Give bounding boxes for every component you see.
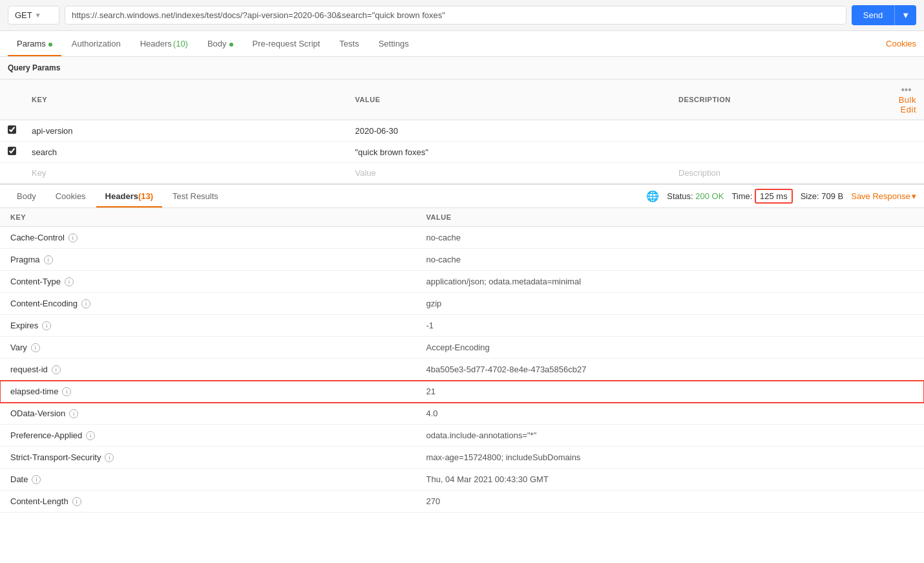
header-key-text: Cache-Control bbox=[10, 233, 65, 242]
url-input[interactable] bbox=[65, 6, 846, 25]
more-options-icon[interactable]: ••• bbox=[901, 85, 912, 95]
time-label: Time: 125 ms bbox=[731, 191, 792, 201]
info-icon[interactable]: i bbox=[42, 321, 51, 330]
query-param-row: api-version 2020-06-30 bbox=[0, 120, 924, 142]
header-value-cell: no-cache bbox=[416, 227, 925, 249]
header-value-cell: Accept-Encoding bbox=[416, 337, 925, 359]
globe-icon: 🌐 bbox=[646, 190, 659, 202]
method-label: GET bbox=[15, 10, 32, 20]
header-row: elapsed-time i 21 bbox=[0, 381, 924, 403]
header-key-text: Date bbox=[10, 474, 28, 484]
row-actions bbox=[885, 142, 924, 163]
header-key-cell: request-id i bbox=[0, 359, 416, 381]
method-chevron-icon: ▼ bbox=[35, 12, 41, 19]
info-icon[interactable]: i bbox=[65, 277, 74, 286]
info-icon[interactable]: i bbox=[68, 233, 78, 242]
placeholder-description[interactable]: Description bbox=[671, 163, 885, 184]
header-row: Content-Length i 270 bbox=[0, 491, 924, 513]
send-dropdown-icon[interactable]: ▼ bbox=[894, 5, 916, 25]
tab-prerequest[interactable]: Pre-request Script bbox=[244, 31, 330, 56]
header-row: request-id i 4ba505e3-5d77-4702-8e4e-473… bbox=[0, 359, 924, 381]
header-key-cell: Vary i bbox=[0, 337, 416, 359]
col-checkbox bbox=[0, 80, 24, 120]
header-key-text: elapsed-time bbox=[10, 387, 58, 396]
url-bar: GET ▼ Send ▼ bbox=[0, 0, 924, 31]
header-value-cell: 4ba505e3-5d77-4702-8e4e-473a5856cb27 bbox=[416, 359, 925, 381]
info-icon[interactable]: i bbox=[44, 255, 53, 264]
response-headers-table: KEY VALUE Cache-Control i no-cache Pragm… bbox=[0, 208, 924, 513]
header-col-value: VALUE bbox=[416, 208, 925, 227]
tab-authorization[interactable]: Authorization bbox=[63, 31, 130, 56]
header-row: Vary i Accept-Encoding bbox=[0, 337, 924, 359]
tab-params[interactable]: Params bbox=[8, 31, 61, 56]
info-icon[interactable]: i bbox=[72, 497, 81, 506]
header-row: OData-Version i 4.0 bbox=[0, 403, 924, 425]
row-value: "quick brown foxes" bbox=[348, 142, 671, 163]
info-icon[interactable]: i bbox=[81, 299, 90, 308]
tab-headers[interactable]: Headers(10) bbox=[131, 31, 197, 56]
header-row: Content-Type i application/json; odata.m… bbox=[0, 271, 924, 293]
res-tab-headers[interactable]: Headers(13) bbox=[96, 185, 162, 207]
placeholder-key[interactable]: Key bbox=[24, 163, 348, 184]
info-icon[interactable]: i bbox=[32, 475, 41, 484]
header-row: Strict-Transport-Security i max-age=1572… bbox=[0, 447, 924, 469]
tab-body[interactable]: Body bbox=[198, 31, 242, 56]
header-key-cell: Preference-Applied i bbox=[0, 425, 416, 447]
header-key-cell: Content-Type i bbox=[0, 271, 416, 293]
header-row: Pragma i no-cache bbox=[0, 249, 924, 271]
save-response-button[interactable]: Save Response ▾ bbox=[851, 191, 916, 201]
res-tab-cookies[interactable]: Cookies bbox=[47, 185, 95, 207]
header-value-cell: 21 bbox=[416, 381, 925, 403]
header-key-text: Expires bbox=[10, 321, 38, 330]
row-checkbox-cell[interactable] bbox=[0, 142, 24, 163]
row-checkbox[interactable] bbox=[8, 147, 16, 155]
row-key: search bbox=[24, 142, 348, 163]
info-icon[interactable]: i bbox=[69, 409, 78, 418]
col-actions: ••• Bulk Edit bbox=[885, 80, 924, 120]
info-icon[interactable]: i bbox=[62, 387, 71, 396]
response-tabs-bar: Body Cookies Headers(13) Test Results 🌐 … bbox=[0, 184, 924, 208]
status-label: Status: 200 OK bbox=[667, 191, 724, 201]
row-description bbox=[671, 120, 885, 142]
header-value-cell: 270 bbox=[416, 491, 925, 513]
header-row: Preference-Applied i odata.include-annot… bbox=[0, 425, 924, 447]
method-dropdown[interactable]: GET ▼ bbox=[8, 6, 59, 25]
header-key-text: Content-Encoding bbox=[10, 299, 78, 308]
res-tab-testresults[interactable]: Test Results bbox=[163, 185, 227, 207]
placeholder-value[interactable]: Value bbox=[348, 163, 671, 184]
tab-tests[interactable]: Tests bbox=[330, 31, 368, 56]
info-icon[interactable]: i bbox=[31, 343, 40, 352]
cookies-link[interactable]: Cookies bbox=[886, 31, 916, 56]
row-key: api-version bbox=[24, 120, 348, 142]
header-key-cell: Date i bbox=[0, 469, 416, 491]
header-key-cell: Content-Encoding i bbox=[0, 293, 416, 315]
time-value: 125 ms bbox=[755, 189, 793, 204]
header-key-cell: Pragma i bbox=[0, 249, 416, 271]
query-params-table: KEY VALUE DESCRIPTION ••• Bulk Edit api-… bbox=[0, 80, 924, 184]
send-button[interactable]: Send ▼ bbox=[852, 5, 916, 25]
header-value-cell: odata.include-annotations="*" bbox=[416, 425, 925, 447]
header-key-text: Content-Length bbox=[10, 496, 68, 506]
row-description bbox=[671, 142, 885, 163]
header-value-cell: application/json; odata.metadata=minimal bbox=[416, 271, 925, 293]
header-value-cell: max-age=15724800; includeSubDomains bbox=[416, 447, 925, 469]
request-tabs: Params Authorization Headers(10) Body Pr… bbox=[0, 31, 924, 57]
res-tab-body[interactable]: Body bbox=[8, 185, 45, 207]
info-icon[interactable]: i bbox=[105, 453, 114, 462]
header-key-cell: elapsed-time i bbox=[0, 381, 416, 403]
col-description: DESCRIPTION bbox=[671, 80, 885, 120]
body-dot bbox=[229, 43, 233, 47]
header-row: Cache-Control i no-cache bbox=[0, 227, 924, 249]
row-checkbox[interactable] bbox=[8, 125, 16, 134]
row-checkbox-cell[interactable] bbox=[0, 120, 24, 142]
header-row: Expires i -1 bbox=[0, 315, 924, 337]
bulk-edit-button[interactable]: Bulk Edit bbox=[899, 95, 916, 114]
status-value: 200 OK bbox=[695, 191, 724, 201]
info-icon[interactable]: i bbox=[52, 365, 61, 374]
response-status-area: 🌐 Status: 200 OK Time: 125 ms Size: 709 … bbox=[646, 190, 916, 202]
col-key: KEY bbox=[24, 80, 348, 120]
tab-settings[interactable]: Settings bbox=[370, 31, 418, 56]
info-icon[interactable]: i bbox=[86, 431, 95, 440]
row-actions bbox=[885, 120, 924, 142]
header-key-cell: Expires i bbox=[0, 315, 416, 337]
